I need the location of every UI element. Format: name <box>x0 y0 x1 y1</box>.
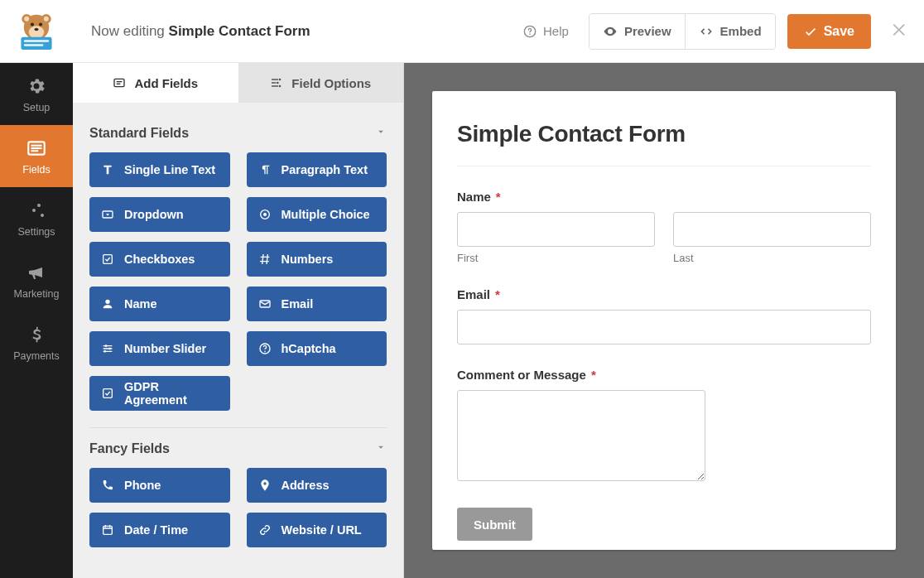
top-toolbar: Now editing Simple Contact Form Help Pre… <box>73 0 924 63</box>
brand-logo <box>0 0 73 63</box>
field-email[interactable]: Email <box>247 287 387 321</box>
field-label: Dropdown <box>124 208 184 221</box>
form-name: Simple Contact Form <box>169 23 310 39</box>
code-icon <box>699 24 714 39</box>
svg-point-26 <box>279 85 282 88</box>
svg-point-24 <box>279 79 282 81</box>
nav-label: Settings <box>17 226 55 238</box>
field-checkboxes[interactable]: Checkboxes <box>89 242 230 277</box>
bullhorn-icon <box>26 262 47 283</box>
svg-point-5 <box>29 26 45 38</box>
nav-settings[interactable]: Settings <box>0 187 73 249</box>
user-icon <box>101 297 114 311</box>
form-preview-card: Simple Contact Form Name * First <box>432 91 896 550</box>
svg-point-35 <box>103 350 106 353</box>
radio-icon <box>258 208 272 221</box>
tab-add-fields[interactable]: Add Fields <box>73 63 238 103</box>
field-single-line-text[interactable]: Single Line Text <box>89 152 230 187</box>
nav-fields[interactable]: Fields <box>0 125 73 187</box>
form-field-comment[interactable]: Comment or Message * <box>457 368 871 484</box>
label-text: Name <box>457 190 491 204</box>
nav-marketing[interactable]: Marketing <box>0 249 73 311</box>
fields-panel: Add Fields Field Options Standard Fields <box>73 63 404 578</box>
link-icon <box>258 523 272 537</box>
field-phone[interactable]: Phone <box>89 468 230 503</box>
checkbox-icon <box>101 387 114 400</box>
save-button[interactable]: Save <box>787 14 871 49</box>
field-label: Date / Time <box>124 523 188 537</box>
check-icon <box>804 25 817 38</box>
field-address[interactable]: Address <box>247 468 387 503</box>
svg-point-31 <box>105 300 109 304</box>
field-number-slider[interactable]: Number Slider <box>89 331 230 366</box>
form-field-name[interactable]: Name * First Last <box>457 190 871 264</box>
field-label: Email <box>282 297 314 311</box>
first-name-input[interactable] <box>457 212 655 247</box>
tab-field-options[interactable]: Field Options <box>238 63 404 103</box>
add-fields-icon <box>113 76 126 89</box>
field-dropdown[interactable]: Dropdown <box>89 197 230 232</box>
field-label: Phone <box>124 479 161 492</box>
nav-payments[interactable]: Payments <box>0 311 73 373</box>
last-name-input[interactable] <box>673 212 871 247</box>
field-label: Name <box>124 297 157 311</box>
form-field-email[interactable]: Email * <box>457 287 871 344</box>
help-label: Help <box>543 24 569 38</box>
form-canvas[interactable]: Simple Contact Form Name * First <box>404 63 924 578</box>
help-link[interactable]: Help <box>523 24 569 38</box>
field-name[interactable]: Name <box>89 287 230 321</box>
email-input[interactable] <box>457 310 871 344</box>
embed-button[interactable]: Embed <box>685 14 775 49</box>
submit-button[interactable]: Submit <box>457 508 532 541</box>
field-numbers[interactable]: Numbers <box>247 242 387 277</box>
svg-rect-10 <box>24 40 49 42</box>
submit-label: Submit <box>474 518 516 532</box>
svg-point-7 <box>39 22 42 26</box>
section-fancy-fields[interactable]: Fancy Fields <box>89 430 387 468</box>
svg-rect-30 <box>103 255 113 264</box>
svg-point-17 <box>32 209 36 212</box>
help-icon <box>523 25 537 38</box>
required-asterisk: * <box>495 287 500 301</box>
save-label: Save <box>824 24 854 39</box>
comment-textarea[interactable] <box>457 390 705 481</box>
field-date-time[interactable]: Date / Time <box>89 513 230 547</box>
dropdown-icon <box>101 208 114 221</box>
svg-point-6 <box>31 22 34 26</box>
required-asterisk: * <box>591 368 596 382</box>
svg-point-33 <box>105 344 108 347</box>
field-label: GDPR Agreement <box>124 380 219 407</box>
required-asterisk: * <box>496 190 501 204</box>
field-multiple-choice[interactable]: Multiple Choice <box>247 197 387 232</box>
svg-rect-11 <box>24 44 44 46</box>
editing-title: Now editing Simple Contact Form <box>91 23 512 40</box>
svg-point-20 <box>529 33 531 35</box>
label-text: Email <box>457 287 490 301</box>
form-title[interactable]: Simple Contact Form <box>457 121 871 166</box>
section-standard-fields[interactable]: Standard Fields <box>89 114 387 152</box>
close-button[interactable] <box>891 18 909 45</box>
phone-icon <box>101 479 114 492</box>
nav-setup[interactable]: Setup <box>0 63 73 125</box>
map-pin-icon <box>258 479 272 492</box>
calendar-icon <box>101 523 114 537</box>
preview-button[interactable]: Preview <box>590 14 685 49</box>
preview-embed-group: Preview Embed <box>589 13 776 50</box>
panel-tabs: Add Fields Field Options <box>73 63 403 103</box>
last-sublabel: Last <box>673 252 871 264</box>
svg-point-34 <box>108 348 111 350</box>
left-sidebar: Setup Fields Settings Marketing Payments <box>0 0 73 578</box>
svg-point-16 <box>37 204 41 207</box>
field-label: Multiple Choice <box>282 208 370 221</box>
question-icon <box>258 342 272 355</box>
field-hcaptcha[interactable]: hCaptcha <box>247 331 387 366</box>
svg-rect-21 <box>114 79 124 86</box>
editing-prefix: Now editing <box>91 23 165 39</box>
first-sublabel: First <box>457 252 655 264</box>
field-website-url[interactable]: Website / URL <box>247 513 387 547</box>
field-label: Name * <box>457 190 871 204</box>
field-paragraph-text[interactable]: Paragraph Text <box>247 152 387 187</box>
field-gdpr-agreement[interactable]: GDPR Agreement <box>89 376 230 411</box>
field-label: Comment or Message * <box>457 368 871 382</box>
svg-point-29 <box>263 213 267 216</box>
